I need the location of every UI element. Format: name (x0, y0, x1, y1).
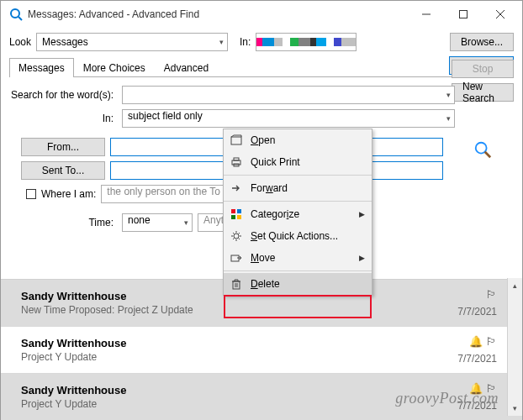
categorize-icon (229, 208, 244, 220)
where-i-am-checkbox[interactable] (26, 189, 36, 199)
watermark: groovyPost.com (395, 390, 499, 407)
chevron-down-icon: ▾ (446, 114, 451, 123)
svg-rect-3 (460, 11, 468, 18)
search-words-input[interactable]: ▾ (122, 86, 455, 104)
window-buttons (408, 2, 519, 27)
chevron-down-icon: ▾ (446, 91, 451, 99)
maximize-button[interactable] (445, 2, 482, 27)
menu-forward[interactable]: Forward (224, 177, 372, 199)
flag-icon[interactable]: 🏳 (486, 288, 497, 301)
look-value: Messages (42, 36, 88, 48)
menu-separator (224, 201, 372, 202)
menu-quick-print-label: Quick Print (251, 156, 300, 168)
result-subject: Project Y Update (21, 398, 126, 410)
scroll-track[interactable] (508, 293, 522, 401)
from-button[interactable]: From... (21, 138, 105, 156)
submenu-arrow-icon: ▶ (359, 254, 365, 262)
menu-delete[interactable]: Delete (224, 273, 372, 295)
look-label: Look (9, 36, 31, 48)
result-date: 7/7/2021 (457, 306, 497, 318)
menu-set-quick-actions[interactable]: Set Quick Actions... (224, 225, 372, 247)
scroll-up-button[interactable]: ▴ (508, 278, 522, 293)
in-field-label: In: (9, 113, 117, 124)
chevron-down-icon: ▾ (184, 218, 188, 227)
results-scrollbar[interactable]: ▴ ▾ (507, 278, 522, 416)
forward-icon (229, 182, 244, 194)
tab-more-choices[interactable]: More Choices (74, 58, 155, 77)
result-from: Sandy Writtenhouse (21, 384, 126, 396)
look-combo[interactable]: Messages ▾ (36, 33, 228, 51)
gear-icon (229, 230, 244, 242)
look-toolbar: Look Messages ▾ In: Browse... (1, 28, 522, 56)
open-icon (229, 134, 244, 146)
in-label: In: (240, 36, 251, 48)
result-from: Sandy Writtenhouse (21, 290, 193, 302)
result-subject: Project Y Update (21, 351, 126, 363)
tab-messages[interactable]: Messages (9, 58, 74, 77)
svg-line-1 (18, 17, 22, 20)
svg-rect-14 (231, 215, 235, 219)
result-item[interactable]: Sandy Writtenhouse Project Y Update 🔔 🏳 … (1, 327, 522, 374)
context-menu: Open Quick Print Forward Categorize ▶ Se… (223, 129, 372, 296)
close-button[interactable] (482, 2, 519, 27)
svg-rect-8 (231, 137, 241, 144)
where-i-am-label: Where I am: (41, 188, 96, 200)
menu-quick-print[interactable]: Quick Print (224, 151, 372, 173)
menu-open[interactable]: Open (224, 129, 372, 151)
result-date: 7/7/2021 (457, 353, 497, 365)
delete-icon (229, 278, 244, 290)
svg-rect-13 (237, 209, 241, 213)
chevron-down-icon: ▾ (219, 38, 224, 46)
result-from: Sandy Writtenhouse (21, 337, 126, 349)
submenu-arrow-icon: ▶ (359, 210, 365, 218)
menu-categorize[interactable]: Categorize ▶ (224, 203, 372, 225)
app-icon (9, 8, 23, 21)
window-title: Messages: Advanced - Advanced Find (28, 8, 408, 20)
print-icon (229, 156, 244, 168)
search-words-label: Search for the word(s): (9, 89, 117, 101)
time-label: Time: (9, 217, 117, 228)
tab-advanced[interactable]: Advanced (155, 58, 218, 77)
advanced-find-window: Messages: Advanced - Advanced Find Look … (0, 0, 523, 420)
time-combo[interactable]: none ▾ (122, 213, 193, 232)
bell-flag-icons[interactable]: 🔔 🏳 (469, 335, 497, 348)
move-icon (229, 252, 244, 264)
folder-color-strip (256, 38, 356, 46)
svg-rect-18 (233, 281, 240, 289)
svg-point-0 (11, 9, 19, 18)
minimize-button[interactable] (408, 2, 445, 27)
tabs: Messages More Choices Advanced (9, 57, 218, 76)
svg-rect-12 (231, 209, 235, 213)
menu-separator (224, 175, 372, 176)
scroll-down-button[interactable]: ▾ (508, 401, 522, 416)
svg-rect-10 (234, 158, 239, 160)
in-field-combo[interactable]: subject field only ▾ (122, 109, 455, 128)
svg-point-16 (234, 234, 239, 239)
result-subject: New Time Proposed: Project Z Update (21, 304, 193, 316)
menu-move[interactable]: Move ▶ (224, 247, 372, 269)
in-folder-indicator (256, 33, 357, 51)
stop-button[interactable]: Stop (452, 60, 514, 78)
title-bar: Messages: Advanced - Advanced Find (1, 1, 522, 28)
sent-to-button[interactable]: Sent To... (21, 161, 105, 180)
menu-separator (224, 270, 372, 271)
svg-rect-15 (237, 215, 241, 219)
